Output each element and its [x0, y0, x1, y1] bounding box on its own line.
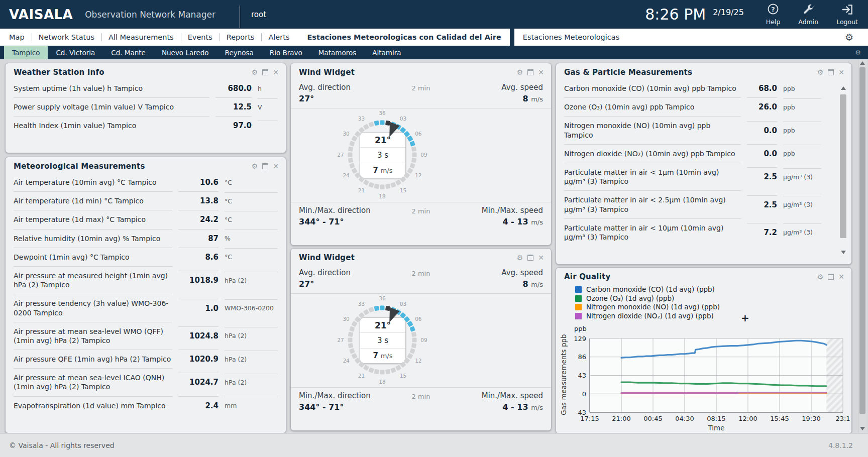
nav-menu-item[interactable]: All Measurements: [101, 29, 181, 46]
measurement-unit: ppb: [783, 122, 821, 139]
minmax-speed-value: 4 - 13: [502, 217, 528, 226]
vaisala-logo: VAISALA: [9, 7, 73, 22]
widget-settings-icon[interactable]: ⚙: [817, 69, 824, 76]
station-tab[interactable]: Cd. Victoria: [48, 46, 103, 59]
measurement-unit: µg/m³ (3): [783, 223, 821, 241]
widget-settings-icon[interactable]: ⚙: [517, 69, 523, 76]
legend-item[interactable]: Nitrogen dioxide (NO₂) (1d avg) (ppb): [575, 312, 851, 321]
legend-item[interactable]: Nitrogen monoxide (NO) (1d avg) (ppb): [575, 303, 851, 312]
widget-close-icon[interactable]: ✕: [538, 69, 544, 76]
widget-settings-icon[interactable]: ⚙: [252, 69, 258, 76]
measurement-value: 8.6: [178, 248, 219, 266]
station-tab[interactable]: Rio Bravo: [262, 46, 310, 59]
wind-minmax-stats: Min./Max. direction 344° - 71° 2 min Min…: [291, 202, 551, 231]
dashboard-tab-meteorologicas[interactable]: Estaciones Meteorologicas ⚙: [514, 29, 868, 46]
svg-text:04:30: 04:30: [675, 415, 694, 422]
widget-chrome: ⚙ ✕: [817, 69, 844, 76]
svg-text:30: 30: [343, 131, 349, 137]
svg-text:17:15: 17:15: [580, 415, 599, 422]
admin-button[interactable]: Admin: [798, 3, 818, 26]
widget-close-icon[interactable]: ✕: [838, 273, 844, 280]
svg-text:18: 18: [379, 193, 385, 199]
logout-icon: [841, 3, 854, 18]
legend-item[interactable]: Ozone (O₃) (1d avg) (ppb): [575, 294, 851, 303]
measurement-label: Relative humidity (10min avg) % Tampico: [14, 229, 172, 248]
logout-label: Logout: [836, 18, 858, 26]
svg-text:15: 15: [400, 187, 406, 193]
widget-maximize-icon[interactable]: [527, 255, 533, 261]
widget-settings-icon[interactable]: ⚙: [252, 163, 258, 170]
scroll-up-icon[interactable]: [841, 86, 846, 90]
nav-menu-item[interactable]: Network Status: [32, 29, 101, 46]
widget-maximize-icon[interactable]: [262, 163, 268, 169]
session-tab[interactable]: root: [251, 10, 266, 19]
widget-close-icon[interactable]: ✕: [838, 69, 844, 76]
station-tab[interactable]: Reynosa: [217, 46, 262, 59]
add-series-icon[interactable]: +: [741, 312, 749, 324]
widget-maximize-icon[interactable]: [828, 69, 834, 75]
avg-direction-value: 27°: [299, 279, 398, 289]
scroll-down-icon[interactable]: [841, 251, 846, 254]
measurement-unit: °C: [225, 248, 278, 265]
widget-maximize-icon[interactable]: [828, 274, 834, 280]
measurement-value: 0.0: [747, 121, 777, 140]
app-header: VAISALA Observation Network Manager root…: [0, 0, 868, 29]
widget-scrollbar[interactable]: [840, 86, 847, 254]
station-tab[interactable]: Matamoros: [310, 46, 364, 59]
station-tab[interactable]: Altamira: [364, 46, 409, 59]
widget-chrome: ⚙ ✕: [517, 69, 544, 76]
nav-menu: MapNetwork StatusAll MeasurementsEventsR…: [0, 29, 298, 46]
measurement-unit: °C: [225, 174, 278, 191]
avg-direction-label: Avg. direction: [299, 268, 398, 277]
avg-direction-label: Avg. direction: [299, 83, 398, 92]
avg-window: 2 min: [398, 83, 444, 103]
widget-maximize-icon[interactable]: [527, 69, 533, 75]
scroll-down-icon[interactable]: [860, 427, 865, 430]
svg-text:12:00: 12:00: [738, 415, 757, 422]
station-tab[interactable]: Cd. Mante: [103, 46, 154, 59]
nav-menu-item[interactable]: Map: [2, 29, 32, 46]
help-button[interactable]: ? Help: [766, 3, 781, 26]
measurement-unit: µg/m³ (3): [783, 168, 821, 185]
minmax-direction-label: Min./Max. direction: [299, 391, 398, 400]
svg-text:15:45: 15:45: [770, 415, 789, 422]
station-bar-gear-icon[interactable]: ⚙: [855, 49, 861, 56]
widget-settings-icon[interactable]: ⚙: [817, 273, 824, 280]
scroll-up-icon[interactable]: [860, 61, 865, 65]
scrollbar-thumb[interactable]: [840, 94, 846, 238]
svg-text:27: 27: [337, 337, 344, 343]
measurement-label: Air pressure QFE (1min avg) hPa (2) Tamp…: [14, 350, 172, 368]
measurement-value: 1018.9: [178, 271, 219, 289]
measurement-row: Ozone (O₃) (10min avg) ppb Tampico 26.0 …: [556, 97, 851, 116]
measurement-label: Nitrogen monoxide (NO) (10min avg) ppb T…: [564, 116, 741, 144]
station-tab[interactable]: Nuevo Laredo: [154, 46, 217, 59]
station-tab[interactable]: Tampico: [4, 46, 48, 59]
measurement-row: Air pressure tendency (3h value) WMO-306…: [6, 294, 286, 321]
widget-maximize-icon[interactable]: [262, 69, 268, 75]
logout-button[interactable]: Logout: [836, 3, 858, 26]
nav-menu-item[interactable]: Events: [181, 29, 220, 46]
measurement-value: 2.4: [178, 396, 219, 415]
measurement-row: Relative humidity (10min avg) % Tampico …: [6, 229, 286, 248]
nav-menu-item[interactable]: Alerts: [261, 29, 296, 46]
minmax-speed-label: Min./Max. speed: [444, 391, 543, 400]
measurement-label: Particulate matter in air < 2.5µm (10min…: [564, 190, 741, 218]
clock: 8:26 PM 2/19/25: [645, 7, 744, 23]
widget-close-icon[interactable]: ✕: [273, 163, 279, 170]
dashboard-settings-gear-icon[interactable]: ⚙: [845, 29, 859, 46]
dashboard-tab-calidad-del-aire[interactable]: Estaciones Meteorologicas con Calidad de…: [298, 29, 509, 46]
widget-close-icon[interactable]: ✕: [538, 254, 544, 261]
widget-settings-icon[interactable]: ⚙: [517, 254, 523, 261]
page-scrollbar[interactable]: [858, 59, 867, 433]
nav-menu-item[interactable]: Reports: [220, 29, 262, 46]
widget-close-icon[interactable]: ✕: [273, 69, 279, 76]
legend-color-swatch: [575, 295, 582, 302]
measurement-value: 97.0: [215, 116, 252, 135]
measurement-label: Air pressure at mean sea-level ICAO (QNH…: [14, 368, 172, 396]
measurement-unit: %: [225, 230, 278, 247]
svg-text:12: 12: [415, 358, 421, 364]
scrollbar-thumb[interactable]: [859, 67, 865, 414]
widget-title: Air Quality: [564, 272, 817, 281]
legend-item[interactable]: Carbon monoxide (CO) (1d avg) (ppb): [575, 285, 851, 294]
help-icon: ?: [767, 3, 780, 18]
